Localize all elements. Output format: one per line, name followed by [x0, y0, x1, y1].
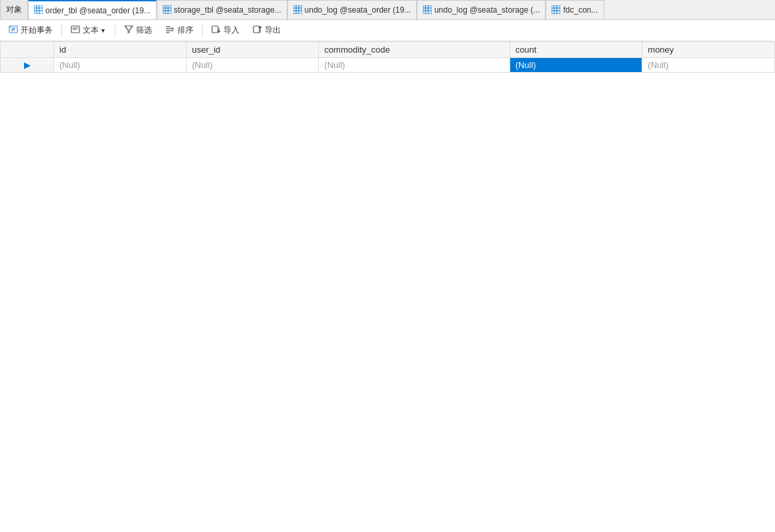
svg-rect-0 — [34, 5, 43, 14]
col-header-money[interactable]: money — [642, 42, 775, 58]
text-button[interactable]: 文本 ▼ — [65, 22, 112, 39]
toolbar-sep-3 — [202, 24, 203, 37]
svg-marker-33 — [125, 26, 133, 33]
tab-bar: 对象 order_tbl @seata_order (19... s — [0, 0, 775, 20]
tab-object[interactable]: 对象 — [0, 0, 28, 20]
tab-undo-log-storage[interactable]: undo_log @seata_storage (... — [417, 0, 546, 20]
col-header-count[interactable]: count — [510, 42, 642, 58]
table-icon-fdc — [552, 5, 560, 15]
col-header-user-id[interactable]: user_id — [186, 42, 319, 58]
export-icon — [253, 25, 262, 36]
tab-storage-tbl[interactable]: storage_tbl @seata_storage... — [157, 0, 287, 20]
toolbar: 开始事务 文本 ▼ 筛选 — [0, 20, 775, 41]
text-dropdown-icon[interactable]: ▼ — [100, 27, 106, 34]
table-icon-order — [34, 5, 43, 15]
tab-object-label: 对象 — [6, 4, 22, 15]
row-indicator-1: ▶ — [1, 58, 54, 73]
import-icon — [211, 25, 221, 36]
data-table: id user_id commodity_code count money — [0, 41, 775, 73]
begin-transaction-label: 开始事务 — [21, 25, 53, 36]
tab-undo-log-order[interactable]: undo_log @seata_order (19... — [287, 0, 418, 20]
svg-rect-20 — [552, 5, 560, 14]
tab-storage-tbl-label: storage_tbl @seata_storage... — [174, 5, 281, 15]
table-area[interactable]: id user_id commodity_code count money — [0, 41, 775, 532]
cell-money-1[interactable]: (Null) — [642, 58, 775, 73]
tab-undo-log-storage-label: undo_log @seata_storage (... — [434, 5, 540, 15]
export-label: 导出 — [265, 25, 281, 36]
svg-rect-15 — [423, 5, 432, 14]
import-label: 导入 — [223, 25, 239, 36]
sort-icon — [165, 25, 175, 36]
begin-transaction-button[interactable]: 开始事务 — [3, 22, 59, 39]
toolbar-sep-2 — [115, 24, 115, 37]
filter-button[interactable]: 筛选 — [118, 22, 158, 39]
svg-rect-5 — [163, 5, 171, 14]
cell-commodity-code-1[interactable]: (Null) — [319, 58, 510, 73]
begin-transaction-icon — [9, 25, 18, 36]
toolbar-sep-1 — [61, 24, 62, 37]
svg-rect-10 — [293, 5, 302, 14]
col-header-commodity-code[interactable]: commodity_code — [319, 42, 510, 58]
filter-icon — [124, 25, 133, 36]
filter-label: 筛选 — [136, 25, 152, 36]
cell-id-1[interactable]: (Null) — [54, 58, 187, 73]
cell-count-1[interactable]: (Null) — [510, 58, 642, 73]
table-header-row: id user_id commodity_code count money — [1, 42, 775, 58]
text-icon — [71, 25, 80, 36]
row-indicator-header — [1, 42, 54, 58]
tab-fdc[interactable]: fdc_con... — [546, 0, 604, 20]
export-button[interactable]: 导出 — [247, 22, 287, 39]
tab-fdc-label: fdc_con... — [563, 5, 598, 15]
table-icon-undo-storage — [423, 5, 432, 15]
svg-rect-42 — [253, 26, 259, 33]
import-button[interactable]: 导入 — [205, 22, 245, 39]
tab-undo-log-order-label: undo_log @seata_order (19... — [305, 5, 412, 15]
col-header-id[interactable]: id — [54, 42, 187, 58]
sort-button[interactable]: 排序 — [159, 22, 199, 39]
table-row[interactable]: ▶ (Null) (Null) (Null) (Null) (Null) — [1, 58, 775, 73]
tab-order-tbl[interactable]: order_tbl @seata_order (19... — [28, 0, 157, 20]
main-content: id user_id commodity_code count money — [0, 41, 775, 532]
tab-order-tbl-label: order_tbl @seata_order (19... — [45, 6, 151, 15]
table-icon-storage — [163, 5, 171, 15]
text-label: 文本 — [83, 25, 99, 36]
table-icon-undo-order — [293, 5, 302, 15]
svg-rect-39 — [212, 26, 218, 33]
sort-label: 排序 — [177, 25, 193, 36]
cell-user-id-1[interactable]: (Null) — [186, 58, 319, 73]
